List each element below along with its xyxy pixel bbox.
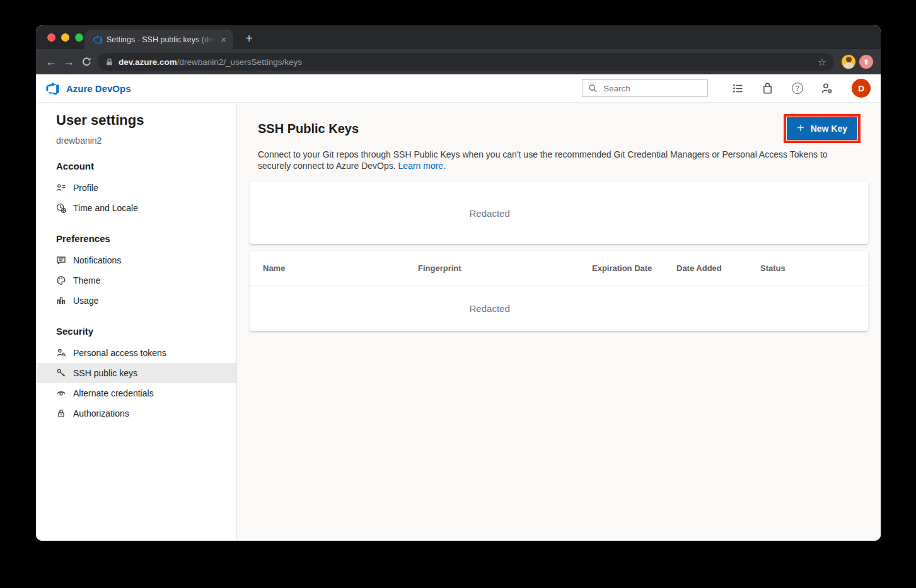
marketplace-button[interactable]	[761, 82, 774, 95]
url-path: /drewbanin2/_usersSettings/keys	[177, 57, 302, 67]
minimize-window-button[interactable]	[61, 33, 69, 42]
user-settings-button[interactable]	[820, 82, 833, 95]
clock-globe-icon	[56, 203, 66, 213]
azure-devops-logo	[45, 81, 60, 96]
palette-icon	[56, 275, 66, 285]
browser-toolbar: ← → dev.azure.com/drewbanin2/_usersSetti…	[36, 49, 881, 74]
sidebar-item-theme[interactable]: Theme	[36, 270, 236, 291]
app-body: User settings drewbanin2 Account Profile	[36, 103, 881, 541]
sidebar-item-label: Profile	[73, 183, 98, 193]
new-key-button-label: New Key	[811, 124, 847, 134]
browser-profile-avatar[interactable]	[842, 55, 855, 69]
azure-devops-brand[interactable]: Azure DevOps	[45, 81, 131, 96]
lock-icon	[105, 58, 113, 66]
window-controls	[47, 33, 83, 42]
shopping-bag-icon	[761, 82, 774, 95]
ssh-info-card: Redacted	[250, 182, 868, 244]
sidebar-item-authorizations[interactable]: Authorizations	[36, 403, 236, 424]
maximize-window-button[interactable]	[75, 33, 83, 42]
annotation-highlight-box: + New Key	[784, 114, 861, 143]
column-header-date-added: Date Added	[676, 263, 760, 273]
search-icon	[588, 84, 598, 93]
redacted-text: Redacted	[470, 207, 510, 218]
padlock-icon	[56, 408, 66, 418]
reload-button[interactable]	[78, 53, 95, 71]
sidebar-item-label: SSH public keys	[73, 368, 137, 378]
sidebar-title: User settings	[36, 112, 236, 129]
description-text: Connect to your Git repos through SSH Pu…	[258, 149, 828, 171]
task-list-icon	[731, 82, 745, 95]
browser-window: Settings · SSH public keys (dre × + ← → …	[36, 25, 881, 541]
page-title: SSH Public Keys	[258, 122, 359, 136]
back-button[interactable]: ←	[42, 53, 60, 71]
new-key-button[interactable]: + New Key	[787, 117, 857, 140]
main-content: SSH Public Keys + New Key Connect to you…	[237, 103, 881, 541]
sidebar-item-label: Personal access tokens	[73, 348, 166, 358]
table-header-row: Name Fingerprint Expiration Date Date Ad…	[250, 251, 868, 286]
azure-devops-favicon	[93, 35, 103, 45]
sidebar-item-usage[interactable]: Usage	[36, 291, 236, 311]
tab-close-icon[interactable]: ×	[219, 33, 228, 45]
person-key-icon	[56, 348, 66, 358]
url-text: dev.azure.com/drewbanin2/_usersSettings/…	[119, 57, 813, 67]
person-gear-icon	[820, 82, 833, 95]
sidebar-item-notifications[interactable]: Notifications	[36, 250, 236, 270]
sidebar-item-label: Notifications	[73, 255, 121, 265]
azure-devops-page: Azure DevOps	[36, 74, 881, 541]
browser-tab[interactable]: Settings · SSH public keys (dre ×	[84, 30, 233, 49]
close-window-button[interactable]	[47, 33, 55, 42]
column-header-fingerprint: Fingerprint	[418, 263, 592, 273]
ssh-keys-table: Name Fingerprint Expiration Date Date Ad…	[250, 251, 868, 331]
arrow-up-icon	[862, 58, 870, 66]
column-header-expiration-date: Expiration Date	[592, 263, 676, 273]
browser-update-button[interactable]	[859, 55, 873, 69]
sidebar-item-label: Authorizations	[73, 408, 129, 418]
section-account: Account	[36, 146, 236, 178]
sidebar-item-alternate-credentials[interactable]: Alternate credentials	[36, 383, 236, 403]
account-avatar[interactable]: D	[852, 79, 871, 98]
tab-title: Settings · SSH public keys (dre	[107, 35, 216, 44]
section-security: Security	[36, 311, 236, 343]
sidebar-item-label: Usage	[73, 296, 98, 306]
section-preferences: Preferences	[36, 218, 236, 250]
comment-icon	[56, 255, 66, 265]
sidebar-username: drewbanin2	[36, 129, 236, 146]
learn-more-link[interactable]: Learn more.	[398, 161, 446, 171]
sidebar-item-personal-access-tokens[interactable]: Personal access tokens	[36, 343, 236, 363]
work-items-button[interactable]	[731, 82, 745, 95]
help-icon: ?	[792, 83, 803, 94]
help-button[interactable]: ?	[791, 82, 804, 95]
address-bar[interactable]: dev.azure.com/drewbanin2/_usersSettings/…	[98, 53, 834, 71]
forward-button[interactable]: →	[60, 53, 78, 71]
search-input[interactable]	[602, 83, 702, 94]
reload-icon	[81, 57, 92, 67]
url-domain: dev.azure.com	[119, 57, 177, 67]
azure-header: Azure DevOps	[36, 74, 881, 103]
column-header-status: Status	[760, 263, 868, 273]
bookmark-star-icon[interactable]: ☆	[818, 56, 826, 68]
search-box[interactable]	[582, 79, 708, 97]
brand-name: Azure DevOps	[66, 83, 131, 94]
header-actions: ? D	[582, 79, 871, 98]
sidebar-item-label: Time and Locale	[73, 203, 138, 213]
bar-chart-icon	[56, 296, 66, 306]
redacted-text: Redacted	[470, 303, 510, 314]
avatar-figure-torso	[844, 62, 854, 69]
table-row: Redacted	[250, 286, 868, 330]
sidebar-item-time-locale[interactable]: Time and Locale	[36, 198, 236, 218]
plus-icon: +	[797, 121, 804, 135]
eye-icon	[56, 388, 66, 398]
page-description: Connect to your Git repos through SSH Pu…	[258, 149, 850, 171]
avatar-figure	[846, 57, 852, 62]
new-tab-button[interactable]: +	[241, 30, 257, 47]
key-icon	[56, 368, 66, 378]
tab-strip: Settings · SSH public keys (dre × +	[36, 25, 881, 49]
content-header: SSH Public Keys + New Key	[250, 114, 868, 143]
sidebar-item-label: Alternate credentials	[73, 388, 154, 398]
sidebar-item-label: Theme	[73, 275, 101, 285]
contact-card-icon	[56, 183, 66, 193]
sidebar-item-ssh-public-keys[interactable]: SSH public keys	[36, 363, 236, 383]
sidebar-item-profile[interactable]: Profile	[36, 178, 236, 198]
column-header-name: Name	[263, 263, 418, 273]
settings-sidebar: User settings drewbanin2 Account Profile	[36, 103, 237, 541]
